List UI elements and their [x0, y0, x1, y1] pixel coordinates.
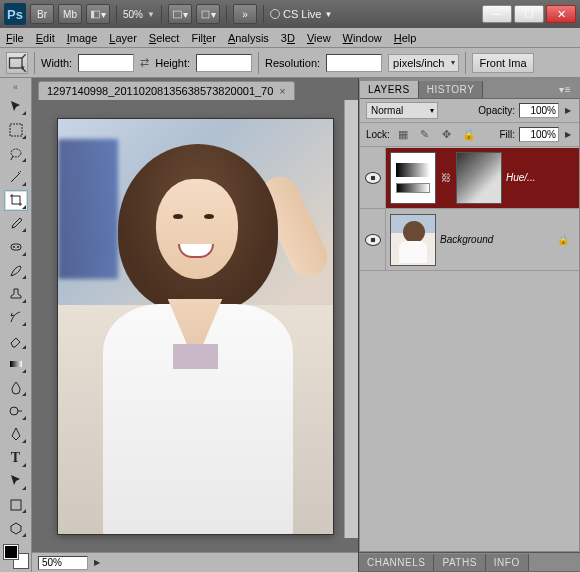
- marquee-tool[interactable]: [4, 119, 28, 140]
- cslive-button[interactable]: CS Live▼: [270, 8, 332, 20]
- options-bar: Width: ⇄ Height: Resolution: pixels/inch…: [0, 48, 580, 78]
- svg-point-10: [13, 246, 15, 248]
- healing-tool[interactable]: [4, 236, 28, 257]
- layer-thumbnail[interactable]: [390, 214, 436, 266]
- wand-tool[interactable]: [4, 166, 28, 187]
- svg-point-11: [17, 246, 19, 248]
- opacity-slider-icon[interactable]: ▶: [563, 106, 573, 115]
- menu-file[interactable]: File: [6, 32, 24, 44]
- 3d-tool[interactable]: [4, 517, 28, 538]
- path-select-tool[interactable]: [4, 471, 28, 492]
- menu-analysis[interactable]: Analysis: [228, 32, 269, 44]
- tab-paths[interactable]: PATHS: [434, 554, 485, 571]
- pen-tool[interactable]: [4, 424, 28, 445]
- layer-name[interactable]: Hue/...: [506, 172, 535, 183]
- menu-bar: File Edit Image Layer Select Filter Anal…: [0, 28, 580, 48]
- layer-name[interactable]: Background: [440, 234, 493, 245]
- maximize-button[interactable]: ☐: [514, 5, 544, 23]
- gradient-tool[interactable]: [4, 353, 28, 374]
- svg-point-8: [11, 149, 21, 157]
- fill-input[interactable]: [519, 127, 559, 142]
- mask-thumbnail[interactable]: [456, 152, 502, 204]
- fill-slider-icon[interactable]: ▶: [563, 130, 573, 139]
- menu-edit[interactable]: Edit: [36, 32, 55, 44]
- eyedropper-tool[interactable]: [4, 213, 28, 234]
- menu-filter[interactable]: Filter: [191, 32, 215, 44]
- tab-layers[interactable]: LAYERS: [360, 81, 419, 98]
- layers-list: ⛓ Hue/... Background 🔒: [360, 147, 579, 551]
- lock-pixels-icon[interactable]: ✎: [416, 126, 434, 144]
- menu-select[interactable]: Select: [149, 32, 180, 44]
- brush-tool[interactable]: [4, 260, 28, 281]
- zoom-input[interactable]: 50%: [38, 556, 88, 570]
- dodge-tool[interactable]: [4, 400, 28, 421]
- current-tool-icon[interactable]: [6, 52, 28, 74]
- height-input[interactable]: [196, 54, 252, 72]
- collapse-button[interactable]: »: [233, 4, 257, 24]
- menu-image[interactable]: Image: [67, 32, 98, 44]
- close-tab-icon[interactable]: ×: [279, 85, 285, 97]
- history-brush-tool[interactable]: [4, 307, 28, 328]
- lasso-tool[interactable]: [4, 143, 28, 164]
- toolbox-collapse-icon[interactable]: «: [13, 82, 18, 92]
- resolution-input[interactable]: [326, 54, 382, 72]
- layer-row[interactable]: Background 🔒: [360, 209, 579, 271]
- lock-transparent-icon[interactable]: ▦: [394, 126, 412, 144]
- document-tab[interactable]: 1297140998_20110208135638573820001_70×: [38, 81, 295, 100]
- link-mask-icon[interactable]: ⛓: [440, 170, 452, 186]
- canvas-area[interactable]: [32, 100, 358, 552]
- minimize-button[interactable]: ─: [482, 5, 512, 23]
- panel-menu-icon[interactable]: ▾≡: [551, 81, 579, 98]
- blur-tool[interactable]: [4, 377, 28, 398]
- tab-history[interactable]: HISTORY: [419, 81, 484, 98]
- statusbar-arrow-icon[interactable]: ▶: [94, 558, 100, 567]
- stamp-tool[interactable]: [4, 283, 28, 304]
- document-canvas[interactable]: [58, 119, 333, 534]
- svg-rect-2: [173, 11, 181, 18]
- width-label: Width:: [41, 57, 72, 69]
- svg-rect-1: [91, 11, 94, 18]
- resolution-unit-select[interactable]: pixels/inch: [388, 54, 459, 72]
- menu-help[interactable]: Help: [394, 32, 417, 44]
- layer-row[interactable]: ⛓ Hue/...: [360, 147, 579, 209]
- swap-icon[interactable]: ⇄: [140, 56, 149, 69]
- visibility-toggle-icon[interactable]: [365, 172, 381, 184]
- menu-window[interactable]: Window: [343, 32, 382, 44]
- front-image-button[interactable]: Front Ima: [472, 53, 533, 73]
- visibility-toggle-icon[interactable]: [365, 234, 381, 246]
- viewextras-button[interactable]: ▾: [168, 4, 192, 24]
- bridge-button[interactable]: Br: [30, 4, 54, 24]
- zoom-display[interactable]: 50%: [123, 9, 143, 20]
- svg-rect-15: [11, 500, 21, 510]
- blend-mode-select[interactable]: Normal: [366, 102, 438, 119]
- height-label: Height:: [155, 57, 190, 69]
- svg-rect-4: [10, 58, 23, 68]
- eraser-tool[interactable]: [4, 330, 28, 351]
- screenmode-button[interactable]: ▾: [196, 4, 220, 24]
- minibridge-button[interactable]: Mb: [58, 4, 82, 24]
- lock-all-icon[interactable]: 🔒: [460, 126, 478, 144]
- lock-position-icon[interactable]: ✥: [438, 126, 456, 144]
- bottom-panel-tabs: CHANNELS PATHS INFO: [359, 552, 580, 572]
- type-tool[interactable]: T: [4, 447, 28, 468]
- tab-channels[interactable]: CHANNELS: [359, 554, 434, 571]
- menu-layer[interactable]: Layer: [109, 32, 137, 44]
- scrollbar-vertical[interactable]: [344, 100, 358, 538]
- fill-label: Fill:: [499, 129, 515, 140]
- color-swatches[interactable]: [4, 545, 28, 568]
- svg-point-13: [10, 407, 18, 415]
- app-logo-icon: Ps: [4, 3, 26, 25]
- opacity-input[interactable]: [519, 103, 559, 118]
- tab-info[interactable]: INFO: [486, 554, 529, 571]
- menu-view[interactable]: View: [307, 32, 331, 44]
- svg-rect-12: [10, 361, 22, 367]
- crop-tool[interactable]: [4, 190, 28, 211]
- svg-line-6: [22, 68, 26, 72]
- close-button[interactable]: ✕: [546, 5, 576, 23]
- layout-picker[interactable]: ▾: [86, 4, 110, 24]
- menu-3d[interactable]: 3D: [281, 32, 295, 44]
- move-tool[interactable]: [4, 96, 28, 117]
- adjustment-thumbnail[interactable]: [390, 152, 436, 204]
- shape-tool[interactable]: [4, 494, 28, 515]
- width-input[interactable]: [78, 54, 134, 72]
